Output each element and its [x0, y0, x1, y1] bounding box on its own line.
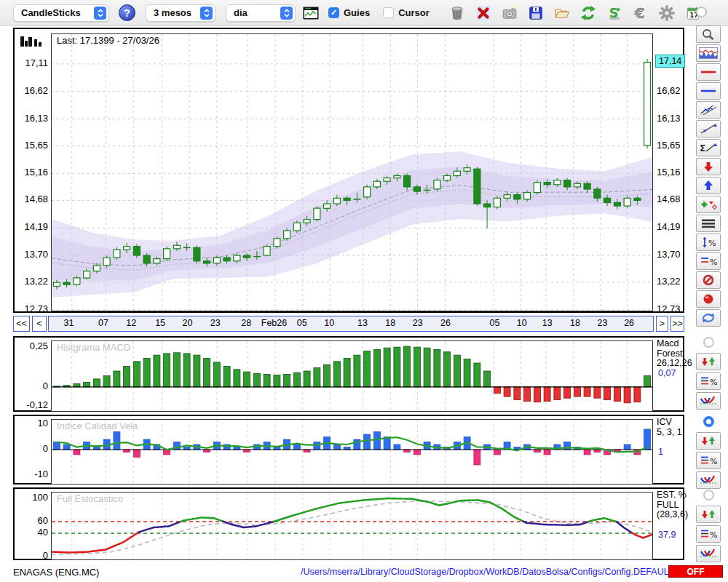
snapshot-icon[interactable]	[501, 4, 519, 22]
svg-text:%: %	[710, 530, 717, 540]
price-axis-label: 16,62	[657, 85, 681, 96]
indicator-lines-percent-button[interactable]: %	[696, 452, 721, 469]
delete-icon[interactable]	[475, 4, 493, 22]
price-axis-label: 16,62	[17, 85, 48, 96]
lines-percent-button[interactable]: %	[696, 252, 721, 270]
add-markers-icon	[699, 199, 718, 210]
vertical-percent-button[interactable]: %	[696, 234, 721, 251]
save-icon[interactable]	[527, 4, 545, 22]
est-radio[interactable]	[703, 490, 714, 501]
stochastic-title: Full Estocastico	[57, 493, 123, 504]
indicator-curves-button[interactable]	[696, 392, 721, 410]
price-axis-label: 16,13	[17, 113, 48, 124]
chart-type-select[interactable]: CandleSticks	[13, 4, 109, 22]
trendline-tool-button[interactable]	[696, 120, 721, 137]
macd-axis-label: -0,12	[17, 399, 48, 410]
indicator-arrows-button[interactable]	[696, 432, 721, 450]
select-stepper-icon	[94, 7, 106, 20]
indicator-curves-button[interactable]	[696, 545, 721, 562]
indicator-curves-button[interactable]	[696, 471, 721, 489]
macd-radio[interactable]	[703, 337, 714, 348]
red-line-tool-button[interactable]	[696, 63, 721, 81]
stochastic-current-value: 37,9	[658, 530, 676, 540]
date-axis-strip[interactable]: 31071215202328Feb26051013182326051013182…	[48, 316, 654, 332]
period-value: 3 mesos	[154, 7, 191, 18]
arrow-up-tool-button[interactable]	[696, 177, 721, 194]
interval-select[interactable]: dia	[226, 4, 296, 22]
lines-percent-icon: %	[699, 255, 718, 267]
revert-icon[interactable]: S	[606, 4, 624, 22]
lines-list-button[interactable]	[696, 215, 721, 232]
stochastic-plot[interactable]	[51, 492, 653, 560]
settings-icon[interactable]	[658, 4, 676, 22]
period-select[interactable]: 3 mesos	[146, 4, 215, 22]
status-bar: ENAGAS (ENG.MC) /Users/mserra/Library/Cl…	[0, 563, 728, 582]
indicator-arrows-button[interactable]	[696, 506, 721, 523]
est-tools-group: %	[689, 490, 728, 562]
record-button[interactable]	[696, 290, 721, 308]
config-path-link[interactable]: /Users/mserra/Library/CloudStorage/Dropb…	[262, 567, 728, 577]
price-axis-label: 14,68	[17, 194, 48, 204]
chart-window-icon[interactable]	[301, 4, 320, 22]
indicator-arrows-button[interactable]	[696, 353, 721, 370]
refresh-icon[interactable]	[579, 4, 598, 22]
candlestick-plot[interactable]	[51, 33, 653, 311]
price-axis-label: 17,11	[17, 57, 48, 68]
lines-percent-icon: %	[699, 528, 718, 540]
price-axis-label: 13,22	[17, 276, 48, 287]
icv-axis-label: 0	[17, 443, 48, 454]
stochastic-axis-label: 60	[17, 515, 48, 526]
indicator-lines-percent-button[interactable]: %	[696, 525, 721, 543]
disable-button[interactable]	[696, 271, 721, 289]
scroll-far-prev-button[interactable]: <<	[13, 316, 30, 332]
select-stepper-icon	[280, 7, 293, 20]
scroll-next-button[interactable]: >	[656, 316, 668, 332]
svg-text:%: %	[708, 239, 716, 248]
vertical-percent-icon: %	[699, 236, 718, 248]
price-axis-label: 15,16	[17, 167, 48, 178]
icv-title: Indice Calidad Vela	[57, 420, 138, 431]
arrow-up-icon	[699, 180, 718, 191]
macd-title: Histgrama MACD	[57, 342, 130, 353]
price-axis-label: 14,19	[657, 221, 681, 232]
arrow-down-tool-button[interactable]	[696, 158, 721, 175]
sum-trend-tool-button[interactable]: Σ	[696, 139, 721, 156]
indicator-lines-percent-button[interactable]: %	[696, 372, 721, 390]
lines-percent-icon: %	[699, 375, 718, 387]
sync-button[interactable]	[696, 309, 721, 327]
date-tick: 12	[115, 318, 147, 328]
price-axis-label: 15,65	[17, 140, 48, 151]
macd-axis-label: 0,25	[17, 340, 48, 351]
zoom-icon	[699, 28, 718, 40]
icv-radio[interactable]	[703, 416, 714, 427]
euro-icon[interactable]: €	[632, 4, 650, 22]
price-axis-label: 14,19	[17, 221, 48, 232]
price-axis-label: 15,65	[657, 140, 681, 151]
lines-percent-icon: %	[699, 455, 718, 466]
macd-plot[interactable]	[51, 340, 653, 412]
scroll-prev-button[interactable]: <	[32, 316, 47, 332]
toolbar-radio[interactable]	[696, 7, 707, 17]
stochastic-chart	[52, 493, 652, 559]
scroll-far-next-button[interactable]: >>	[670, 316, 684, 332]
icv-plot[interactable]	[51, 419, 653, 485]
open-folder-icon[interactable]	[553, 4, 571, 22]
stochastic-panel: Full Estocastico EST. % FULL (28,3,6) 37…	[13, 487, 684, 560]
lines-list-icon	[699, 218, 718, 229]
trash-icon[interactable]	[448, 4, 467, 22]
off-toggle[interactable]: OFF	[668, 565, 723, 578]
date-tick: 10	[313, 318, 345, 328]
zoom-button[interactable]	[696, 25, 721, 43]
svg-text:€: €	[634, 5, 645, 21]
blue-line-tool-button[interactable]	[696, 82, 721, 100]
arrow-down-icon	[699, 161, 718, 172]
channel-tool-button[interactable]	[696, 101, 721, 119]
indicator-preview-button[interactable]	[696, 44, 721, 62]
add-markers-tool-button[interactable]	[696, 196, 721, 213]
guies-label: Guies	[344, 7, 370, 18]
icv-panel: Indice Calidad Vela ICV 5, 3, 1 1 100-10	[13, 415, 684, 485]
cursor-checkbox[interactable]: Cursor	[383, 7, 430, 18]
guies-checkbox[interactable]: ✓ Guies	[328, 7, 370, 18]
help-button[interactable]: ?	[119, 4, 135, 21]
price-axis-label: 13,70	[657, 249, 681, 260]
